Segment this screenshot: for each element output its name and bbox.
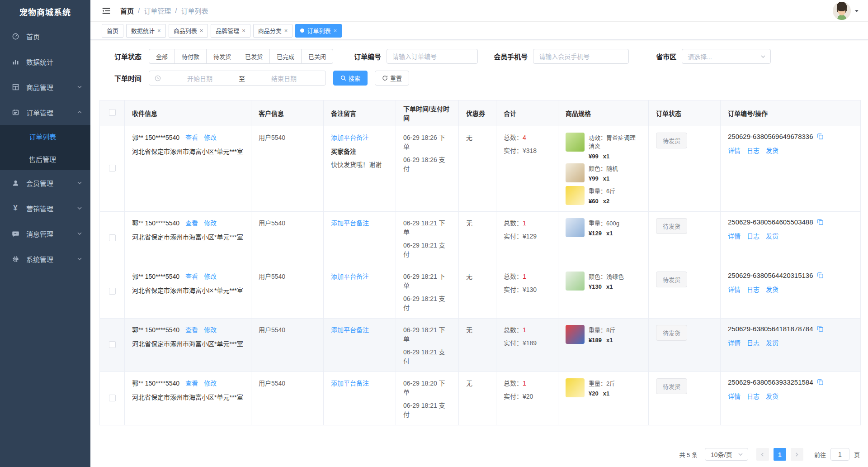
add-platform-note-link[interactable]: 添加平台备注 — [331, 273, 369, 280]
row-checkbox[interactable] — [109, 165, 116, 172]
view-receiver-link[interactable]: 查看 — [185, 378, 198, 387]
sidebar-item-6[interactable]: 消息管理 — [0, 221, 90, 246]
log-link[interactable]: 日志 — [747, 338, 760, 347]
copy-icon[interactable] — [817, 272, 824, 279]
copy-icon[interactable] — [817, 219, 824, 225]
add-platform-note-link[interactable]: 添加平台备注 — [331, 134, 369, 141]
chevron-down-icon — [760, 54, 766, 59]
next-page-button[interactable] — [791, 448, 803, 461]
customer-name: 用户5540 — [259, 326, 285, 334]
close-tab-icon[interactable]: × — [200, 28, 203, 33]
caret-down-icon[interactable] — [854, 9, 859, 13]
log-link[interactable]: 日志 — [747, 146, 760, 155]
tab-2[interactable]: 商品列表 × — [169, 24, 208, 38]
view-receiver-link[interactable]: 查看 — [185, 218, 198, 227]
edit-receiver-link[interactable]: 修改 — [204, 218, 217, 227]
sidebar-item-0[interactable]: 首页 — [0, 24, 90, 49]
content: 订单状态 全部待付款待发货已发货已完成已关闭 订单编号 会员手机号 省市区 请选… — [90, 40, 868, 467]
detail-link[interactable]: 详情 — [728, 146, 741, 155]
log-link[interactable]: 日志 — [747, 391, 760, 400]
sidebar-item-3[interactable]: 订单管理 — [0, 100, 90, 125]
table-row: 郭** 150****5540 查看 修改 河北省保定市涿州市海富小区*单元**… — [100, 372, 861, 425]
detail-link[interactable]: 详情 — [728, 338, 741, 347]
ship-link[interactable]: 发货 — [766, 338, 778, 347]
breadcrumb-item-0[interactable]: 首页 — [120, 6, 134, 15]
add-platform-note-link[interactable]: 添加平台备注 — [331, 380, 369, 387]
reset-button[interactable]: 重置 — [375, 71, 409, 86]
detail-link[interactable]: 详情 — [728, 391, 741, 400]
goto-page-input[interactable] — [830, 448, 849, 461]
view-receiver-link[interactable]: 查看 — [185, 272, 198, 281]
copy-icon[interactable] — [817, 325, 824, 332]
tab-3[interactable]: 品牌管理 × — [211, 24, 250, 38]
sidebar-item-5[interactable]: ¥ 营销管理 — [0, 195, 90, 221]
sidebar-item-2[interactable]: 商品管理 — [0, 74, 90, 100]
row-checkbox[interactable] — [109, 288, 116, 295]
view-receiver-link[interactable]: 查看 — [185, 325, 198, 334]
total-label: 总数： — [504, 219, 523, 227]
close-tab-icon[interactable]: × — [333, 28, 337, 33]
member-phone-input[interactable] — [533, 49, 629, 64]
end-date-placeholder[interactable]: 结束日期 — [248, 74, 320, 83]
view-receiver-link[interactable]: 查看 — [185, 133, 198, 142]
edit-receiver-link[interactable]: 修改 — [204, 133, 217, 142]
status-option-2[interactable]: 待发货 — [206, 49, 238, 64]
sidebar-item-7[interactable]: 系统管理 — [0, 246, 90, 272]
customer-name: 用户5540 — [259, 273, 285, 280]
sidebar-subitem-1[interactable]: 售后管理 — [0, 148, 90, 170]
product-qty: x1 — [603, 390, 609, 397]
tab-5[interactable]: 订单列表 × — [295, 24, 342, 38]
prev-page-button[interactable] — [756, 448, 769, 461]
status-option-0[interactable]: 全部 — [149, 49, 175, 64]
avatar[interactable] — [833, 2, 851, 20]
page-number-1[interactable]: 1 — [774, 448, 786, 461]
tab-0[interactable]: 首页 — [102, 24, 123, 38]
ship-link[interactable]: 发货 — [766, 391, 778, 400]
order-no-input[interactable] — [387, 49, 478, 64]
row-checkbox[interactable] — [109, 234, 116, 241]
edit-receiver-link[interactable]: 修改 — [204, 378, 217, 387]
sidebar-item-label: 会员管理 — [26, 178, 77, 188]
chevron-down-icon — [77, 180, 82, 186]
row-checkbox[interactable] — [109, 341, 116, 348]
tab-4[interactable]: 商品分类 × — [253, 24, 293, 38]
order-time-range-picker[interactable]: 开始日期 至 结束日期 — [149, 71, 326, 86]
detail-link[interactable]: 详情 — [728, 285, 741, 294]
copy-icon[interactable] — [817, 379, 824, 386]
add-platform-note-link[interactable]: 添加平台备注 — [331, 326, 369, 334]
detail-link[interactable]: 详情 — [728, 231, 741, 240]
ship-link[interactable]: 发货 — [766, 285, 778, 294]
collapse-sidebar-icon[interactable] — [101, 6, 111, 16]
status-option-3[interactable]: 已发货 — [238, 49, 270, 64]
order-number: 250629-6380564181878784 — [728, 325, 813, 333]
order-time: 06-29 18:26 下单 — [403, 133, 451, 151]
edit-receiver-link[interactable]: 修改 — [204, 272, 217, 281]
row-checkbox[interactable] — [109, 395, 116, 401]
close-tab-icon[interactable]: × — [242, 28, 245, 33]
add-platform-note-link[interactable]: 添加平台备注 — [331, 219, 369, 227]
status-option-5[interactable]: 已关闭 — [301, 49, 333, 64]
region-select[interactable]: 请选择... — [682, 49, 771, 64]
tab-1[interactable]: 数据统计 × — [126, 24, 166, 38]
sidebar-item-4[interactable]: 会员管理 — [0, 170, 90, 195]
sidebar-subitem-0[interactable]: 订单列表 — [0, 125, 90, 148]
log-link[interactable]: 日志 — [747, 285, 760, 294]
close-tab-icon[interactable]: × — [157, 28, 161, 33]
status-option-4[interactable]: 已完成 — [269, 49, 302, 64]
order-time: 06-29 18:21 下单 — [403, 218, 451, 236]
ship-link[interactable]: 发货 — [766, 231, 778, 240]
receiver-address: 河北省保定市涿州市海富小区*单元***室 — [132, 147, 244, 156]
start-date-placeholder[interactable]: 开始日期 — [164, 74, 236, 83]
copy-icon[interactable] — [817, 133, 824, 140]
buyer-note-text: 快快发货哦！谢谢 — [331, 160, 388, 169]
log-link[interactable]: 日志 — [747, 231, 760, 240]
edit-receiver-link[interactable]: 修改 — [204, 325, 217, 334]
close-tab-icon[interactable]: × — [284, 28, 288, 33]
total-count: 1 — [523, 273, 526, 280]
status-option-1[interactable]: 待付款 — [175, 49, 207, 64]
ship-link[interactable]: 发货 — [766, 146, 778, 155]
select-all-checkbox[interactable] — [109, 109, 116, 116]
page-size-select[interactable]: 10条/页 — [705, 448, 748, 461]
search-button[interactable]: 搜索 — [333, 71, 368, 86]
sidebar-item-1[interactable]: 数据统计 — [0, 49, 90, 74]
